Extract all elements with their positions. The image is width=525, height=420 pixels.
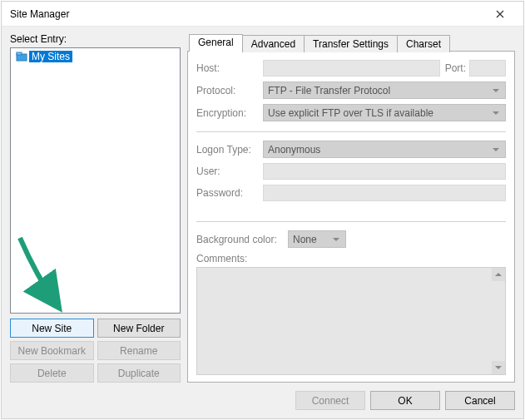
right-pane: General Advanced Transfer Settings Chars… [187, 33, 515, 383]
bgcolor-label: Background color: [196, 234, 288, 245]
password-label: Password: [196, 187, 263, 199]
new-folder-button[interactable]: New Folder [97, 319, 181, 338]
tree-item-label: My Sites [29, 51, 72, 62]
tab-transfer-settings[interactable]: Transfer Settings [304, 35, 398, 52]
encryption-label: Encryption: [196, 107, 263, 119]
user-input[interactable] [263, 163, 506, 180]
tab-general[interactable]: General [189, 34, 243, 52]
logon-type-select[interactable]: Anonymous [263, 141, 506, 158]
logon-type-value: Anonymous [268, 144, 320, 156]
host-label: Host: [196, 62, 263, 74]
site-manager-window: Site Manager Select Entry: My Sites New … [1, 1, 524, 419]
comments-label: Comments: [196, 253, 506, 264]
ok-button[interactable]: OK [370, 391, 440, 410]
folder-icon [16, 51, 27, 62]
protocol-select[interactable]: FTP - File Transfer Protocol [263, 82, 506, 99]
select-entry-label: Select Entry: [10, 33, 181, 45]
divider [196, 131, 506, 132]
host-input[interactable] [263, 60, 440, 77]
protocol-label: Protocol: [196, 85, 263, 96]
new-bookmark-button[interactable]: New Bookmark [10, 341, 94, 360]
new-site-button[interactable]: New Site [10, 319, 94, 338]
protocol-value: FTP - File Transfer Protocol [268, 85, 390, 96]
bgcolor-select[interactable]: None [288, 230, 346, 248]
tree-item-my-sites[interactable]: My Sites [12, 50, 178, 63]
password-input[interactable] [263, 185, 506, 201]
port-label: Port: [445, 62, 466, 74]
left-button-grid: New Site New Folder New Bookmark Rename … [10, 319, 181, 383]
comments-textarea[interactable] [196, 267, 506, 375]
bgcolor-value: None [293, 234, 317, 245]
delete-button[interactable]: Delete [10, 363, 94, 383]
encryption-select[interactable]: Use explicit FTP over TLS if available [263, 104, 506, 121]
svg-rect-1 [17, 52, 22, 55]
rename-button[interactable]: Rename [97, 341, 181, 360]
user-label: User: [196, 166, 263, 177]
encryption-value: Use explicit FTP over TLS if available [268, 107, 433, 119]
dialog-body: Select Entry: My Sites New Site New Fold… [2, 27, 523, 418]
dialog-footer: Connect OK Cancel [10, 391, 515, 410]
divider [196, 221, 506, 222]
titlebar: Site Manager [2, 2, 523, 27]
close-icon [496, 10, 504, 18]
scroll-up-icon[interactable] [492, 268, 505, 281]
logon-type-label: Logon Type: [196, 144, 263, 156]
entry-tree[interactable]: My Sites [10, 47, 181, 314]
connect-button[interactable]: Connect [295, 391, 365, 410]
scroll-down-icon[interactable] [492, 361, 505, 374]
left-pane: Select Entry: My Sites New Site New Fold… [10, 33, 181, 383]
tab-strip: General Advanced Transfer Settings Chars… [187, 33, 515, 51]
tab-charset[interactable]: Charset [397, 35, 450, 52]
window-title: Site Manager [10, 8, 483, 20]
general-panel: Host: Port: Protocol: FTP - File Transfe… [187, 51, 515, 383]
tab-advanced[interactable]: Advanced [242, 35, 305, 52]
cancel-button[interactable]: Cancel [445, 391, 515, 410]
duplicate-button[interactable]: Duplicate [97, 363, 181, 383]
close-button[interactable] [483, 2, 517, 26]
port-input[interactable] [469, 60, 506, 77]
